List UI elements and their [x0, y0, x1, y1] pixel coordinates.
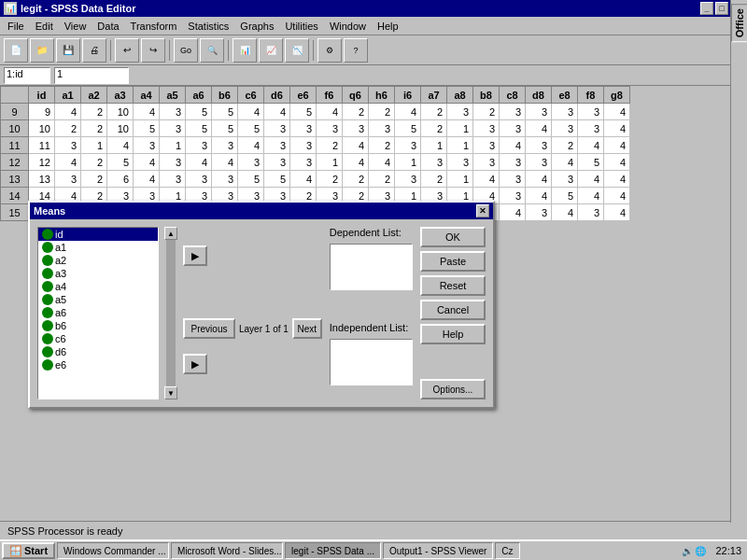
cell-9-10[interactable]: 5	[290, 104, 317, 120]
help-button[interactable]: Help	[420, 324, 486, 344]
cell-13-11[interactable]: 2	[317, 171, 343, 188]
cell-13-3[interactable]: 6	[107, 171, 134, 188]
cell-11-13[interactable]: 2	[369, 137, 395, 154]
cell-13-8[interactable]: 5	[238, 171, 264, 188]
cell-9-18[interactable]: 3	[500, 104, 526, 120]
next-button[interactable]: Next	[292, 318, 322, 339]
cell-10-8[interactable]: 5	[238, 120, 264, 137]
taskbar-cz[interactable]: Cz	[495, 542, 519, 559]
cell-13-7[interactable]: 3	[212, 171, 238, 188]
move-to-independent-button[interactable]: ▶	[183, 354, 207, 374]
cell-12-0[interactable]: 12	[29, 154, 55, 171]
cell-13-6[interactable]: 3	[186, 171, 212, 188]
var-item-e6[interactable]: e6	[38, 358, 158, 371]
cell-11-5[interactable]: 1	[160, 137, 186, 154]
var-item-a2[interactable]: a2	[38, 254, 158, 267]
cell-15-22[interactable]: 4	[604, 204, 630, 221]
cell-15-18[interactable]: 4	[500, 204, 526, 221]
cell-12-11[interactable]: 1	[317, 154, 343, 171]
cell-11-3[interactable]: 4	[107, 137, 134, 154]
cell-11-18[interactable]: 4	[500, 137, 526, 154]
cell-9-5[interactable]: 3	[160, 104, 186, 120]
var-item-a4[interactable]: a4	[38, 280, 158, 293]
cell-12-15[interactable]: 3	[421, 154, 447, 171]
cell-9-20[interactable]: 3	[552, 104, 578, 120]
cell-10-10[interactable]: 3	[290, 120, 317, 137]
cell-13-19[interactable]: 4	[526, 171, 552, 188]
cell-9-17[interactable]: 2	[473, 104, 500, 120]
cell-11-9[interactable]: 3	[264, 137, 290, 154]
col-e6[interactable]: e6	[290, 87, 317, 104]
cell-14-18[interactable]: 3	[500, 188, 526, 204]
taskbar-ms-word[interactable]: Microsoft Word - Slides...	[171, 542, 283, 559]
cell-9-22[interactable]: 4	[604, 104, 630, 120]
cell-12-18[interactable]: 3	[500, 154, 526, 171]
goto-button[interactable]: Go	[174, 38, 198, 63]
cell-13-12[interactable]: 2	[343, 171, 369, 188]
cell-10-17[interactable]: 3	[473, 120, 500, 137]
cell-11-0[interactable]: 11	[29, 137, 55, 154]
cell-13-5[interactable]: 3	[160, 171, 186, 188]
cell-10-7[interactable]: 5	[212, 120, 238, 137]
cell-12-1[interactable]: 4	[55, 154, 81, 171]
menu-view[interactable]: View	[59, 19, 92, 34]
cell-12-4[interactable]: 4	[134, 154, 160, 171]
cell-9-12[interactable]: 2	[343, 104, 369, 120]
cell-13-17[interactable]: 4	[473, 171, 500, 188]
col-b8[interactable]: b8	[473, 87, 500, 104]
var-item-a3[interactable]: a3	[38, 267, 158, 280]
cell-15-20[interactable]: 4	[552, 204, 578, 221]
col-a5[interactable]: a5	[160, 87, 186, 104]
cell-13-10[interactable]: 4	[290, 171, 317, 188]
cell-12-3[interactable]: 5	[107, 154, 134, 171]
cell-10-1[interactable]: 2	[55, 120, 81, 137]
cell-11-8[interactable]: 4	[238, 137, 264, 154]
taskbar-spss-data[interactable]: legit - SPSS Data ...	[285, 542, 381, 559]
cell-12-9[interactable]: 3	[264, 154, 290, 171]
cell-9-16[interactable]: 3	[447, 104, 473, 120]
cell-13-21[interactable]: 4	[578, 171, 604, 188]
cell-12-22[interactable]: 4	[604, 154, 630, 171]
col-f6[interactable]: f6	[317, 87, 343, 104]
new-button[interactable]: 📄	[4, 38, 28, 63]
cell-9-4[interactable]: 4	[134, 104, 160, 120]
office-label[interactable]: Office	[731, 4, 748, 42]
start-button[interactable]: 🪟 Start	[2, 542, 55, 559]
cell-9-8[interactable]: 4	[238, 104, 264, 120]
col-g8[interactable]: g8	[604, 87, 630, 104]
var-item-d6[interactable]: d6	[38, 345, 158, 358]
cell-9-2[interactable]: 2	[81, 104, 107, 120]
cell-9-19[interactable]: 3	[526, 104, 552, 120]
cell-12-16[interactable]: 3	[447, 154, 473, 171]
menu-statistics[interactable]: Statistics	[182, 19, 234, 34]
cell-11-15[interactable]: 1	[421, 137, 447, 154]
cell-10-16[interactable]: 1	[447, 120, 473, 137]
independent-list-box[interactable]	[330, 339, 413, 385]
menu-graphs[interactable]: Graphs	[234, 19, 279, 34]
cell-10-19[interactable]: 4	[526, 120, 552, 137]
dialog-close-button[interactable]: ✕	[476, 204, 489, 217]
cell-9-7[interactable]: 5	[212, 104, 238, 120]
cell-13-1[interactable]: 3	[55, 171, 81, 188]
print-button[interactable]: 🖨	[82, 38, 106, 63]
cell-12-2[interactable]: 2	[81, 154, 107, 171]
cell-13-14[interactable]: 3	[395, 171, 421, 188]
cell-12-10[interactable]: 3	[290, 154, 317, 171]
taskbar-windows-commander[interactable]: Windows Commander ...	[57, 542, 169, 559]
cell-11-10[interactable]: 3	[290, 137, 317, 154]
undo-button[interactable]: ↩	[115, 38, 139, 63]
cell-11-12[interactable]: 4	[343, 137, 369, 154]
move-to-dependent-button[interactable]: ▶	[183, 245, 207, 266]
cell-12-5[interactable]: 3	[160, 154, 186, 171]
col-c8[interactable]: c8	[500, 87, 526, 104]
cell-10-11[interactable]: 3	[317, 120, 343, 137]
col-a3[interactable]: a3	[107, 87, 134, 104]
cell-12-14[interactable]: 1	[395, 154, 421, 171]
menu-window[interactable]: Window	[324, 19, 372, 34]
cell-13-4[interactable]: 4	[134, 171, 160, 188]
cell-15-21[interactable]: 3	[578, 204, 604, 221]
col-a1[interactable]: a1	[55, 87, 81, 104]
cell-10-4[interactable]: 5	[134, 120, 160, 137]
var-item-a5[interactable]: a5	[38, 293, 158, 306]
cell-12-8[interactable]: 3	[238, 154, 264, 171]
